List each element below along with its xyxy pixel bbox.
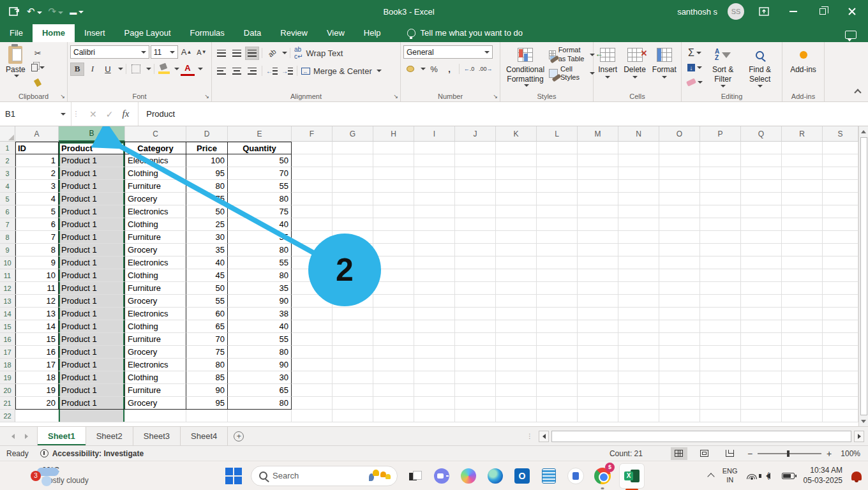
cell-E2[interactable]: 50 xyxy=(228,154,292,167)
cell-H20[interactable] xyxy=(373,384,414,397)
cell-Q13[interactable] xyxy=(741,295,782,308)
number-format-combo[interactable]: General xyxy=(403,45,493,59)
ribbon-display-options-button[interactable] xyxy=(754,3,774,20)
cell-F21[interactable] xyxy=(292,397,333,410)
cell-M15[interactable] xyxy=(578,320,618,333)
cell-K6[interactable] xyxy=(496,205,537,218)
cell-C11[interactable]: Clothing xyxy=(125,269,186,282)
cell-Q5[interactable] xyxy=(741,193,782,205)
cell-I3[interactable] xyxy=(414,167,455,180)
cancel-entry-icon[interactable]: ✕ xyxy=(89,109,97,119)
cell-Q15[interactable] xyxy=(741,320,782,333)
row-header-2[interactable]: 2 xyxy=(0,154,15,167)
cell-F7[interactable] xyxy=(292,218,333,231)
row-header-4[interactable]: 4 xyxy=(0,180,15,193)
cell-N14[interactable] xyxy=(618,308,659,320)
cell-E7[interactable]: 40 xyxy=(228,218,292,231)
cell-H9[interactable] xyxy=(373,244,414,256)
cell-K1[interactable] xyxy=(496,142,537,154)
cell-Q2[interactable] xyxy=(741,154,782,167)
cell-Q12[interactable] xyxy=(741,282,782,295)
cell-B17[interactable]: Product 1 xyxy=(59,346,125,359)
cell-C1[interactable]: Category xyxy=(125,142,186,154)
cell-F9[interactable] xyxy=(292,244,333,256)
column-header-P[interactable]: P xyxy=(700,126,741,142)
cell-N7[interactable] xyxy=(618,218,659,231)
cell-M1[interactable] xyxy=(578,142,618,154)
cell-S16[interactable] xyxy=(823,333,858,346)
cell-C3[interactable]: Clothing xyxy=(125,167,186,180)
clipboard-dialog-launcher[interactable]: ↘ xyxy=(60,93,65,100)
cell-K21[interactable] xyxy=(496,397,537,410)
cell-J16[interactable] xyxy=(455,333,496,346)
format-painter-button[interactable] xyxy=(30,76,46,89)
cell-L17[interactable] xyxy=(537,346,578,359)
row-header-3[interactable]: 3 xyxy=(0,167,15,180)
close-button[interactable] xyxy=(842,3,862,20)
cell-Q4[interactable] xyxy=(741,180,782,193)
cell-M11[interactable] xyxy=(578,269,618,282)
cell-N12[interactable] xyxy=(618,282,659,295)
cell-P18[interactable] xyxy=(700,359,741,371)
cell-L14[interactable] xyxy=(537,308,578,320)
cell-Q19[interactable] xyxy=(741,371,782,384)
cell-R1[interactable] xyxy=(782,142,823,154)
row-header-11[interactable]: 11 xyxy=(0,269,15,282)
cell-N20[interactable] xyxy=(618,384,659,397)
cell-D17[interactable]: 75 xyxy=(186,346,228,359)
addins-button[interactable]: Add-ins xyxy=(787,45,819,90)
cell-Q16[interactable] xyxy=(741,333,782,346)
next-sheet-icon[interactable] xyxy=(25,434,28,439)
cell-L22[interactable] xyxy=(537,410,578,422)
cell-N21[interactable] xyxy=(618,397,659,410)
row-header-1[interactable]: 1 xyxy=(0,142,15,154)
cell-E19[interactable]: 30 xyxy=(228,371,292,384)
column-header-O[interactable]: O xyxy=(659,126,700,142)
page-layout-view-button[interactable] xyxy=(696,447,713,460)
cell-B1[interactable]: Product xyxy=(59,142,125,154)
tab-formulas[interactable]: Formulas xyxy=(181,24,234,42)
cell-R7[interactable] xyxy=(782,218,823,231)
cell-C13[interactable]: Grocery xyxy=(125,295,186,308)
row-header-20[interactable]: 20 xyxy=(0,384,15,397)
cell-O8[interactable] xyxy=(659,231,700,244)
cell-O3[interactable] xyxy=(659,167,700,180)
cell-A2[interactable]: 1 xyxy=(15,154,59,167)
wifi-icon[interactable] xyxy=(747,472,757,480)
row-header-12[interactable]: 12 xyxy=(0,282,15,295)
cell-L21[interactable] xyxy=(537,397,578,410)
tab-home[interactable]: Home xyxy=(33,24,75,42)
cell-I10[interactable] xyxy=(414,256,455,269)
cell-A17[interactable]: 16 xyxy=(15,346,59,359)
cell-M10[interactable] xyxy=(578,256,618,269)
cell-G17[interactable] xyxy=(333,346,373,359)
formula-input[interactable]: Product xyxy=(138,102,868,126)
cell-A10[interactable]: 9 xyxy=(15,256,59,269)
cell-B14[interactable]: Product 1 xyxy=(59,308,125,320)
cell-N17[interactable] xyxy=(618,346,659,359)
cell-M9[interactable] xyxy=(578,244,618,256)
cell-O17[interactable] xyxy=(659,346,700,359)
cell-F16[interactable] xyxy=(292,333,333,346)
cell-S7[interactable] xyxy=(823,218,858,231)
cell-J15[interactable] xyxy=(455,320,496,333)
row-header-5[interactable]: 5 xyxy=(0,193,15,205)
cell-K3[interactable] xyxy=(496,167,537,180)
cell-P16[interactable] xyxy=(700,333,741,346)
cell-C8[interactable]: Furniture xyxy=(125,231,186,244)
cell-E4[interactable]: 55 xyxy=(228,180,292,193)
cell-D2[interactable]: 100 xyxy=(186,154,228,167)
volume-icon[interactable] xyxy=(766,473,770,479)
cell-H15[interactable] xyxy=(373,320,414,333)
sheet-tab-sheet1[interactable]: Sheet1 xyxy=(37,427,86,445)
notes-app-button[interactable] xyxy=(539,466,558,486)
cell-M20[interactable] xyxy=(578,384,618,397)
name-box[interactable]: B1 xyxy=(0,102,71,126)
cell-J5[interactable] xyxy=(455,193,496,205)
cell-B4[interactable]: Product 1 xyxy=(59,180,125,193)
scroll-up-icon[interactable] xyxy=(859,126,868,137)
cell-K15[interactable] xyxy=(496,320,537,333)
cell-M8[interactable] xyxy=(578,231,618,244)
signed-in-user[interactable]: santhosh s xyxy=(677,7,717,17)
collapse-ribbon-button[interactable] xyxy=(854,89,861,96)
